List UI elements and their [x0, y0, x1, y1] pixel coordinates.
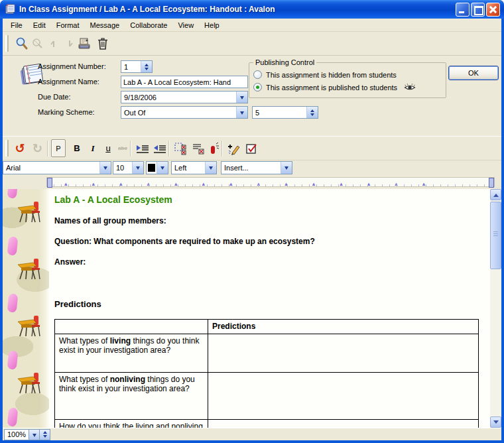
due-date-label: Due Date: [38, 91, 71, 103]
editor-toolbar: ↺ ↺ P B I u abc [3, 136, 501, 160]
assignment-name-field-wrap [121, 76, 248, 88]
eye-icon [404, 84, 416, 92]
left-margin-marker[interactable] [47, 178, 52, 188]
title-bar[interactable]: In Class Assignment / Lab A - A Local Ec… [0, 0, 504, 19]
zoom-control[interactable]: 100% [4, 429, 50, 440]
ruler[interactable] [46, 177, 495, 187]
menu-format[interactable]: Format [51, 20, 85, 31]
marking-out-of-stepper[interactable]: 5 [252, 106, 318, 119]
font-size-dropdown[interactable]: 10 [113, 161, 144, 174]
due-date-dropdown[interactable]: 9/18/2006 [121, 91, 248, 103]
scroll-up-icon[interactable] [490, 189, 501, 200]
app-window: In Class Assignment / Lab A - A Local Ec… [0, 0, 504, 443]
chevron-down-icon[interactable] [157, 162, 168, 174]
answer-cell[interactable] [208, 334, 479, 373]
header-cell-empty [55, 320, 208, 334]
table-row: What types of living things do you think… [55, 334, 479, 373]
question-cell: How do you think the living and nonlivin… [55, 420, 208, 428]
insert-dropdown[interactable]: Insert... [221, 161, 292, 174]
zoom-stepper[interactable] [40, 429, 50, 440]
assignment-number-stepper[interactable]: 1 [121, 60, 153, 73]
radio-row-hidden[interactable]: This assignment is hidden from students [253, 69, 442, 80]
predictions-table: Predictions What types of living things … [54, 319, 479, 428]
indent-decrease-icon[interactable] [151, 139, 168, 157]
stepper-arrows-icon[interactable] [141, 61, 152, 72]
pink-capsule-decoration [7, 236, 19, 255]
menu-edit[interactable]: Edit [28, 20, 51, 31]
answer-line: Answer: [54, 257, 485, 267]
undo-icon[interactable]: ↺ [11, 139, 29, 157]
pink-capsule-decoration [7, 189, 19, 199]
desk-clipart [16, 371, 42, 396]
header-cell-predictions: Predictions [208, 320, 479, 334]
font-toolbar: Arial 10 Left Insert... [3, 160, 501, 176]
hidden-radio-label: This assignment is hidden from students [266, 71, 397, 79]
table-row: What types of nonliving things do you th… [55, 373, 479, 420]
predictions-heading: Predictions [54, 299, 485, 309]
checkbox-marking-icon[interactable] [243, 139, 260, 157]
table-header-row: Predictions [55, 320, 479, 334]
font-color-dropdown[interactable] [146, 161, 168, 174]
zoom-icon[interactable] [13, 34, 31, 52]
chevron-down-icon[interactable] [236, 107, 247, 118]
toolbar-gripper[interactable] [5, 140, 9, 157]
answer-cell[interactable] [208, 373, 479, 420]
chevron-down-icon[interactable] [132, 162, 143, 174]
menu-message[interactable]: Message [85, 20, 125, 31]
published-radio-label: This assignment is published to students [266, 84, 397, 92]
print-icon[interactable] [76, 34, 93, 52]
document-area[interactable]: Lab A - A Local Ecosystem Names of all g… [3, 189, 501, 428]
question-cell: What types of nonliving things do you th… [55, 373, 208, 420]
strikethrough-button-disabled: abc [114, 139, 131, 157]
ok-button[interactable]: OK [448, 66, 499, 80]
chevron-down-icon[interactable] [29, 429, 40, 440]
close-button[interactable] [486, 3, 500, 17]
insert-marker-icon[interactable] [206, 139, 223, 157]
document-content[interactable]: Lab A - A Local Ecosystem Names of all g… [49, 189, 490, 428]
menu-help[interactable]: Help [199, 20, 225, 31]
redo-icon-disabled: ↺ [29, 139, 46, 157]
app-icon [4, 3, 16, 15]
find-icon-disabled [29, 34, 46, 52]
main-toolbar [3, 32, 501, 56]
status-bar: 100% [3, 428, 501, 440]
right-margin-marker[interactable] [489, 178, 494, 188]
stepper-arrows-icon[interactable] [306, 107, 318, 118]
menu-bar: File Edit Format Message Collaborate Vie… [3, 19, 501, 32]
add-annotation-icon[interactable] [225, 139, 243, 157]
toolbar-gripper[interactable] [5, 35, 9, 52]
desk-clipart [16, 257, 42, 282]
publishing-control-group: Publishing Control This assignment is hi… [249, 58, 446, 98]
pink-capsule-decoration [7, 293, 19, 312]
insert-question-icon[interactable] [172, 139, 190, 157]
menu-collaborate[interactable]: Collaborate [125, 20, 172, 31]
font-family-dropdown[interactable]: Arial [3, 161, 111, 174]
assignment-name-field[interactable] [121, 78, 247, 86]
menu-view[interactable]: View [172, 20, 199, 31]
desk-clipart [16, 314, 42, 339]
pink-capsule-decoration [7, 407, 19, 426]
delete-icon[interactable] [94, 34, 111, 52]
chevron-down-icon[interactable] [236, 92, 247, 103]
indent-increase-icon[interactable] [134, 139, 151, 157]
maximize-button[interactable] [471, 3, 485, 17]
chevron-down-icon[interactable] [205, 162, 216, 174]
published-radio[interactable] [253, 83, 262, 92]
bold-button[interactable]: B [68, 139, 86, 157]
assignment-number-label: Assignment Number: [38, 60, 106, 73]
vertical-scrollbar[interactable] [490, 189, 501, 428]
hidden-radio[interactable] [253, 70, 262, 79]
radio-row-published[interactable]: This assignment is published to students [253, 82, 442, 93]
answer-cell[interactable] [208, 420, 479, 428]
document-title: Lab A - A Local Ecosystem [54, 194, 485, 205]
scrollbar-thumb[interactable] [490, 202, 501, 269]
minimize-button[interactable] [456, 3, 470, 17]
insert-answer-icon[interactable] [190, 139, 207, 157]
marking-scheme-dropdown[interactable]: Out Of [121, 106, 248, 119]
chevron-down-icon[interactable] [281, 162, 292, 174]
chevron-down-icon[interactable] [99, 162, 111, 174]
scroll-down-icon[interactable] [490, 416, 501, 428]
alignment-dropdown[interactable]: Left [171, 161, 217, 174]
menu-file[interactable]: File [5, 20, 28, 31]
paragraph-button[interactable]: P [51, 139, 66, 157]
